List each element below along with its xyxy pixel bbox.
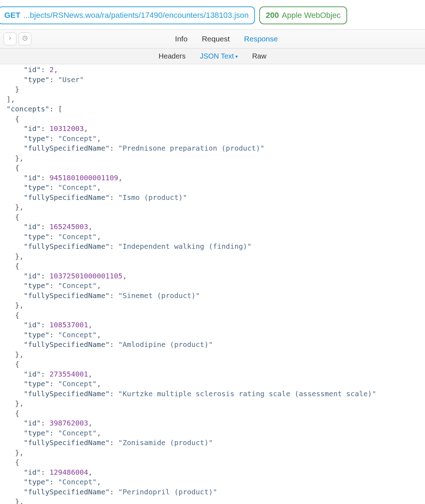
sub-tab-json-text-label: JSON Text bbox=[200, 52, 234, 60]
request-url: ...bjects/RSNews.woa/ra/patients/17490/e… bbox=[23, 11, 249, 20]
request-pill[interactable]: GET ...bjects/RSNews.woa/ra/patients/174… bbox=[0, 6, 255, 24]
http-status: 200 bbox=[266, 11, 279, 20]
nav-button-group bbox=[4, 32, 31, 45]
response-pill[interactable]: 200 Apple WebObjec bbox=[259, 6, 347, 24]
main-tabs: Info Request Response bbox=[31, 35, 421, 43]
tab-request[interactable]: Request bbox=[202, 35, 230, 43]
server-label: Apple WebObjec bbox=[282, 11, 341, 20]
sub-tabs: Headers JSON Text ▾ Raw bbox=[0, 49, 425, 64]
http-method: GET bbox=[4, 11, 20, 20]
sub-tab-raw[interactable]: Raw bbox=[252, 52, 266, 60]
toolbar: Info Request Response Headers JSON Text … bbox=[0, 29, 425, 64]
request-response-bar: GET ...bjects/RSNews.woa/ra/patients/174… bbox=[0, 0, 425, 29]
clock-icon bbox=[22, 35, 28, 42]
chevron-down-icon: ▾ bbox=[235, 54, 238, 59]
tab-response[interactable]: Response bbox=[244, 35, 278, 43]
json-response-body[interactable]: "id": 2, "type": "User" } ], "concepts":… bbox=[0, 64, 425, 504]
chevron-right-icon bbox=[7, 35, 13, 42]
history-button[interactable] bbox=[19, 32, 31, 45]
sub-tab-headers[interactable]: Headers bbox=[159, 52, 186, 60]
tab-info[interactable]: Info bbox=[175, 35, 188, 43]
toolbar-main-row: Info Request Response bbox=[0, 30, 425, 49]
forward-button[interactable] bbox=[4, 32, 16, 45]
sub-tab-json-text[interactable]: JSON Text ▾ bbox=[200, 52, 238, 60]
